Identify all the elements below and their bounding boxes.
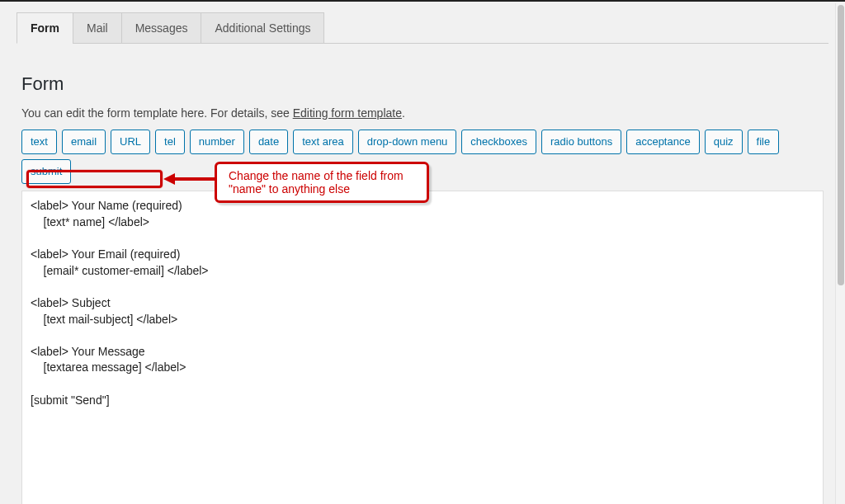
tag-btn-textarea[interactable]: text area bbox=[293, 130, 353, 154]
tag-btn-checkboxes[interactable]: checkboxes bbox=[461, 130, 536, 154]
tab-mail[interactable]: Mail bbox=[73, 12, 122, 44]
form-template-textarea[interactable] bbox=[21, 191, 824, 504]
section-title: Form bbox=[21, 73, 824, 95]
tag-btn-url[interactable]: URL bbox=[111, 130, 150, 154]
tab-form[interactable]: Form bbox=[17, 12, 73, 44]
helper-link[interactable]: Editing form template bbox=[293, 106, 402, 120]
tag-btn-text[interactable]: text bbox=[21, 130, 57, 154]
tag-btn-submit[interactable]: submit bbox=[21, 159, 71, 184]
scrollbar-thumb[interactable] bbox=[838, 5, 844, 285]
tag-btn-number[interactable]: number bbox=[190, 130, 244, 154]
helper-prefix: You can edit the form template here. For… bbox=[21, 106, 293, 120]
tab-messages[interactable]: Messages bbox=[121, 12, 202, 44]
tag-btn-acceptance[interactable]: acceptance bbox=[626, 130, 700, 154]
annotation-text-line2: "name" to anything else bbox=[229, 182, 415, 195]
tab-additional-settings[interactable]: Additional Settings bbox=[201, 12, 324, 44]
tag-btn-tel[interactable]: tel bbox=[155, 130, 185, 154]
helper-text: You can edit the form template here. For… bbox=[21, 106, 824, 120]
tag-btn-radio[interactable]: radio buttons bbox=[541, 130, 621, 154]
tag-btn-dropdown[interactable]: drop-down menu bbox=[358, 130, 457, 154]
tag-btn-quiz[interactable]: quiz bbox=[705, 130, 743, 154]
tag-btn-email[interactable]: email bbox=[62, 130, 106, 154]
tag-btn-file[interactable]: file bbox=[748, 130, 780, 154]
tag-btn-date[interactable]: date bbox=[249, 130, 288, 154]
vertical-scrollbar[interactable] bbox=[835, 3, 845, 504]
editor-tabs: Form Mail Messages Additional Settings bbox=[17, 12, 828, 44]
panel-form: Form You can edit the form template here… bbox=[0, 34, 845, 504]
helper-suffix: . bbox=[402, 106, 405, 120]
annotation-text-line1: Change the name of the field from bbox=[229, 169, 415, 182]
annotation-callout: Change the name of the field from "name"… bbox=[215, 162, 429, 203]
